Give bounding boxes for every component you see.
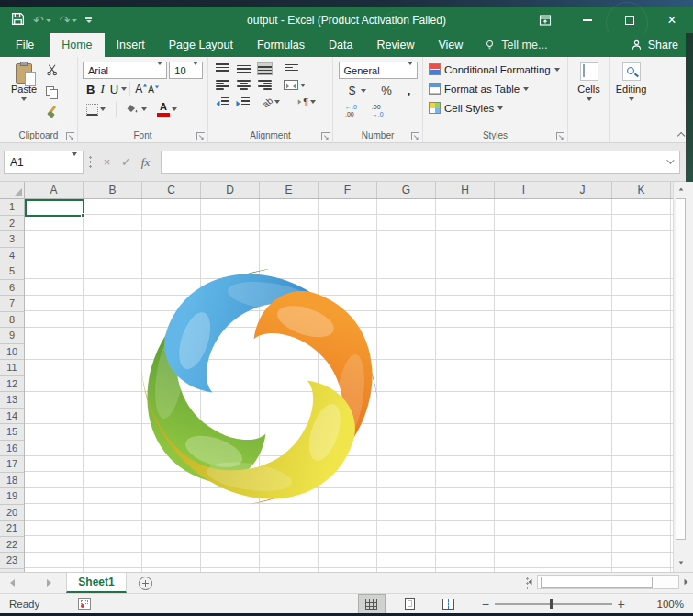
column-header[interactable]: I (495, 182, 553, 198)
column-header[interactable]: C (142, 182, 201, 198)
column-header[interactable]: B (84, 182, 142, 198)
accounting-dropdown-icon[interactable] (361, 89, 366, 93)
row-header[interactable]: 10 (0, 344, 24, 361)
scroll-left-icon[interactable] (523, 576, 537, 589)
increase-font-size-button[interactable]: A (133, 83, 146, 95)
row-header[interactable]: 16 (0, 441, 24, 457)
row-header[interactable]: 9 (0, 328, 24, 344)
macro-record-icon[interactable] (78, 598, 91, 610)
font-name-dropdown-icon[interactable] (153, 65, 166, 76)
editing-dropdown-icon[interactable] (629, 97, 634, 101)
font-color-button[interactable]: A (154, 101, 180, 118)
row-header[interactable]: 21 (0, 521, 24, 537)
text-direction-dropdown-icon[interactable] (310, 100, 316, 104)
scroll-right-icon[interactable] (679, 576, 693, 589)
conditional-formatting-dropdown-icon[interactable] (554, 68, 560, 72)
editing-group[interactable]: Editing (609, 57, 652, 142)
column-header[interactable]: E (260, 182, 319, 198)
merge-dropdown-icon[interactable] (300, 84, 306, 87)
page-break-view-button[interactable] (436, 595, 462, 613)
column-header[interactable]: F (319, 182, 377, 198)
orientation-button[interactable]: ab (260, 96, 283, 108)
copy-button[interactable] (46, 86, 58, 99)
row-header[interactable]: 11 (0, 360, 24, 376)
format-painter-button[interactable] (46, 106, 58, 118)
row-header[interactable]: 13 (0, 392, 24, 409)
increase-indent-button[interactable] (236, 97, 250, 107)
cell-styles-button[interactable]: Cell Styles (429, 98, 565, 118)
cell-styles-dropdown-icon[interactable] (497, 106, 503, 110)
number-format-combo[interactable]: General (339, 62, 418, 79)
tab-page-layout[interactable]: Page Layout (157, 33, 245, 57)
column-header[interactable]: D (201, 182, 260, 198)
percent-style-button[interactable]: % (377, 84, 396, 97)
share-button[interactable]: Share (616, 33, 693, 57)
increase-decimal-button[interactable]: ←.0.00 (342, 104, 360, 118)
vertical-scrollbar[interactable] (673, 182, 687, 572)
decrease-indent-button[interactable] (216, 97, 229, 107)
column-header[interactable]: K (612, 182, 671, 198)
row-header[interactable]: 23 (0, 553, 24, 569)
scroll-down-icon[interactable] (674, 555, 687, 569)
minimize-button[interactable] (566, 7, 609, 33)
align-right-button[interactable] (258, 80, 272, 90)
row-header[interactable]: 8 (0, 312, 24, 329)
zoom-out-button[interactable]: − (476, 597, 495, 611)
paste-button[interactable]: Paste (5, 62, 43, 122)
tab-review[interactable]: Review (364, 33, 426, 57)
next-sheet-button[interactable] (37, 573, 61, 593)
formula-input[interactable] (161, 151, 680, 174)
row-header[interactable]: 15 (0, 424, 24, 441)
merge-center-button[interactable] (281, 79, 308, 91)
zoom-in-button[interactable]: + (612, 597, 631, 611)
column-header[interactable]: A (25, 182, 84, 198)
wrap-text-button[interactable] (285, 64, 298, 74)
tab-view[interactable]: View (426, 33, 475, 57)
accounting-format-button[interactable]: $ (342, 83, 369, 98)
column-header[interactable]: J (553, 182, 612, 198)
cells-dropdown-icon[interactable] (587, 97, 592, 101)
font-dialog-launcher-icon[interactable]: ↘ (196, 132, 205, 140)
column-header[interactable]: G (377, 182, 436, 198)
tab-file[interactable]: File (0, 33, 50, 57)
new-sheet-button[interactable] (127, 573, 163, 593)
tab-home[interactable]: Home (50, 33, 104, 57)
number-format-dropdown-icon[interactable] (404, 65, 417, 76)
row-header[interactable]: 20 (0, 505, 24, 521)
cancel-button[interactable]: × (97, 152, 117, 173)
row-header[interactable]: 19 (0, 488, 24, 505)
text-direction-button[interactable]: ¶ (295, 95, 319, 108)
underline-dropdown-icon[interactable] (121, 87, 127, 91)
page-layout-view-button[interactable] (397, 595, 423, 613)
select-all-corner[interactable] (0, 182, 25, 199)
zoom-slider[interactable] (495, 603, 612, 605)
maximize-button[interactable] (609, 7, 651, 33)
row-header[interactable]: 5 (0, 263, 24, 280)
row-header[interactable]: 18 (0, 473, 24, 489)
fill-color-button[interactable] (124, 100, 150, 118)
row-header[interactable]: 6 (0, 280, 24, 297)
underline-button[interactable]: U (107, 83, 121, 96)
tab-insert[interactable]: Insert (105, 33, 157, 57)
zoom-slider-thumb[interactable] (550, 599, 553, 609)
conditional-formatting-button[interactable]: Conditional Formatting (429, 60, 565, 79)
font-size-combo[interactable]: 10 (169, 62, 203, 79)
previous-sheet-button[interactable] (0, 573, 24, 593)
cell-grid[interactable] (25, 199, 673, 572)
italic-button[interactable]: I (97, 82, 106, 96)
tab-data[interactable]: Data (317, 33, 364, 57)
paste-dropdown-icon[interactable] (21, 97, 27, 101)
name-box-dropdown-icon[interactable] (66, 156, 83, 169)
sheet-tab-sheet1[interactable]: Sheet1 (66, 573, 127, 593)
tab-formulas[interactable]: Formulas (245, 33, 317, 57)
decrease-font-size-button[interactable]: A (146, 84, 158, 95)
borders-button[interactable] (84, 103, 108, 117)
enter-button[interactable]: ✓ (117, 152, 136, 173)
row-header[interactable]: 1 (0, 199, 24, 216)
font-name-combo[interactable]: Arial (83, 62, 167, 79)
center-button[interactable] (237, 80, 251, 90)
alignment-dialog-launcher-icon[interactable]: ↘ (321, 132, 330, 140)
fill-color-dropdown-icon[interactable] (141, 107, 147, 111)
zoom-level[interactable]: 100% (636, 599, 684, 610)
row-header[interactable]: 7 (0, 296, 24, 312)
